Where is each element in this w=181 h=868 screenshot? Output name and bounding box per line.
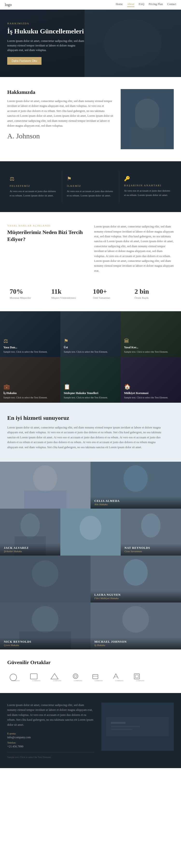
grid-card-4-title: Sözleşme Hukuku Temelleri	[64, 392, 117, 395]
services-title: En iyi hizmeti sunuyoruz	[7, 415, 174, 421]
grid-card-2-sample: Sample text. Click to select the Text El…	[124, 350, 178, 353]
team-card-celia[interactable]: CELIA ALMEDA Aile Hukuku	[90, 462, 181, 508]
contact-email-label: E-posta:	[7, 732, 94, 735]
contact-right-img	[101, 703, 174, 751]
svg-text:COMPANY: COMPANY	[74, 680, 82, 682]
team-card-laura[interactable]: LAURA NGUYEN Fikri Mülkiyet Hukuku	[90, 556, 181, 602]
grid-card-0[interactable]: ⚖ Yasa Dan... Sample text. Click to sele…	[0, 311, 60, 357]
stat-awards: 100+ Ödül Tamamları	[90, 285, 132, 302]
nav-home[interactable]: Home	[115, 2, 123, 7]
hero-section: HAKKIMIZDA İş Hukuku Güncellemeleri Lore…	[0, 10, 181, 77]
svg-text:COMPANY: COMPANY	[115, 680, 124, 682]
pillar-success-title: BAŞARININ ANAHTARI	[124, 184, 171, 187]
svg-marker-30	[51, 674, 58, 679]
pillar-principle-icon: ⚑	[67, 176, 114, 182]
grid-card-4-icon: 📋	[64, 384, 117, 390]
team-img-placeholder-1	[0, 462, 90, 508]
partner-logo-2: COMPANY	[28, 671, 45, 683]
nav-contact[interactable]: Contact	[167, 2, 176, 7]
team-michael-role: İş Hukuku	[94, 644, 177, 647]
svg-rect-28	[30, 674, 37, 679]
svg-point-32	[73, 674, 78, 679]
pillar-philosophy-desc: At vero eos et accusam et justo duo dolo…	[10, 189, 57, 197]
grid-card-2[interactable]: 🏛 Yasal Kor... Sample text. Click to sel…	[121, 311, 181, 357]
navigation: logo Home About FAQ Pricing Plan Contact	[0, 0, 181, 10]
stat-cases-number: 2 bin	[135, 288, 172, 296]
team-img-placeholder-2	[60, 508, 121, 556]
nav-pricing[interactable]: Pricing Plan	[149, 2, 163, 7]
contact-phone-label: Telefon:	[7, 741, 94, 744]
stat-customers-label: Memnun Müşteriler	[10, 296, 47, 299]
svg-point-9	[124, 465, 148, 492]
why-title: Müşterilerimiz Neden Bizi Tercih Ediyor?	[7, 229, 87, 243]
about-text: Hakkımızda Lorem ipsum dolor sit amet, c…	[7, 89, 121, 140]
pillar-success-desc: At vero eos et accusam et justo duo dolo…	[124, 189, 171, 197]
svg-point-14	[80, 516, 101, 540]
stat-awards-number: 100+	[93, 288, 130, 296]
grid-card-0-icon: ⚖	[3, 338, 57, 344]
stat-referrals-number: 11k	[51, 288, 88, 296]
svg-point-33	[74, 675, 77, 677]
grid-card-0-title: Yasa Dan...	[3, 346, 57, 349]
svg-text:COMPANY: COMPANY	[136, 680, 144, 682]
stat-customers-number: 70%	[10, 288, 47, 296]
grid-card-5-title: Mülkiyet Korumasi	[124, 392, 178, 395]
stat-referrals-label: Müşteri Yönlendirmesi	[51, 296, 88, 299]
contact-section: Lorem ipsum dolor sit amet, consectetur …	[0, 693, 181, 768]
pillar-philosophy-icon: ⚖	[10, 176, 57, 182]
grid-card-5[interactable]: 🏠 Mülkiyet Korumasi Sample text. Click t…	[121, 357, 181, 403]
partner-logo-3: COMPANY	[49, 671, 66, 683]
grid-card-2-title: Yasal Kor...	[124, 346, 178, 349]
stat-cases: 2 bin Örnek Başlık	[132, 285, 174, 302]
partners-section: Güvenilir Ortaklar COMPANY COMPANY COMPA…	[0, 649, 181, 693]
svg-rect-47	[111, 728, 133, 730]
pillar-success: 🔑 BAŞARININ ANAHTARI At vero eos et accu…	[119, 171, 176, 203]
team-section: CELIA ALMEDA Aile Hukuku JACK ALVAREZ Şi…	[0, 462, 181, 649]
stat-referrals: 11k Müşteri Yönlendirmesi	[49, 285, 91, 302]
team-card-nick[interactable]: NICK REYNOLDS Çevre Hukuku	[0, 602, 90, 649]
stats-section: 70% Memnun Müşteriler 11k Müşteri Yönlen…	[0, 285, 181, 311]
team-nat-name: NAT REYNOLDS	[125, 546, 177, 550]
svg-rect-35	[93, 675, 98, 679]
contact-email-row: E-posta: info@company.com	[7, 732, 94, 739]
partners-title: Güvenilir Ortaklar	[7, 659, 174, 665]
services-section: En iyi hizmeti sunuyoruz Lorem ipsum dol…	[0, 403, 181, 462]
nav-about[interactable]: About	[127, 2, 134, 7]
svg-rect-40	[134, 674, 139, 679]
svg-rect-41	[135, 675, 138, 678]
team-nat-role: Ceza Savunması	[125, 550, 177, 553]
nav-faq[interactable]: FAQ	[139, 2, 144, 7]
grid-cards-section: ⚖ Yasa Dan... Sample text. Click to sele…	[0, 311, 181, 403]
hero-title: İş Hukuku Güncellemeleri	[7, 27, 84, 35]
svg-text:COMPANY: COMPANY	[53, 680, 61, 682]
contact-phone-row: Telefon: +21.456.7890	[7, 741, 94, 748]
grid-card-5-sample: Sample text. Click to select the Text El…	[124, 396, 178, 399]
grid-card-4[interactable]: 📋 Sözleşme Hukuku Temelleri Sample text.…	[60, 357, 121, 403]
pillar-philosophy: ⚖ FELSEFEMİZ At vero eos et accusam et j…	[5, 171, 62, 203]
team-card-michael[interactable]: MICHAEL JOHNSON İş Hukuku	[90, 602, 181, 649]
grid-card-3-sample: Sample text. Click to select the Text El…	[3, 396, 57, 399]
partner-logo-5: COMPANY	[90, 671, 107, 683]
team-card-jack[interactable]: JACK ALVAREZ Şirketler Hukuku	[0, 508, 60, 556]
partner-logo-7: COMPANY	[132, 671, 149, 683]
svg-rect-46	[111, 726, 140, 727]
svg-rect-7	[24, 491, 67, 508]
svg-point-16	[141, 514, 160, 537]
contact-phone-value: +21.456.7890	[7, 745, 23, 748]
grid-card-3[interactable]: 💼 İş Hukuku Sample text. Click to select…	[0, 357, 60, 403]
hero-content: HAKKIMIZDA İş Hukuku Güncellemeleri Lore…	[7, 22, 84, 64]
about-title: Hakkımızda	[7, 89, 113, 95]
hero-cta-button[interactable]: Daha Fazlasını Oku	[7, 57, 42, 65]
nav-logo: logo	[5, 3, 11, 7]
team-laura-role: Fikri Mülkiyet Hukuku	[94, 597, 177, 599]
grid-card-1[interactable]: ⚑ Üst Sample text. Click to select the T…	[60, 311, 121, 357]
nav-links: Home About FAQ Pricing Plan Contact	[115, 2, 176, 7]
team-card-nat[interactable]: NAT REYNOLDS Ceza Savunması	[121, 508, 181, 556]
hero-tag: HAKKIMIZDA	[7, 22, 84, 25]
why-left: YASAL HAKLAR AÇIKLANDI Müşterilerimiz Ne…	[7, 224, 87, 273]
pillars-section: ⚖ FELSEFEMİZ At vero eos et accusam et j…	[0, 161, 181, 212]
pillar-success-icon: 🔑	[124, 176, 171, 182]
why-desc: Lorem ipsum dolor sit amet, consectetur …	[94, 224, 174, 273]
grid-card-3-title: İş Hukuku	[3, 392, 57, 395]
contact-desc: Lorem ipsum dolor sit amet, consectetur …	[7, 703, 94, 727]
